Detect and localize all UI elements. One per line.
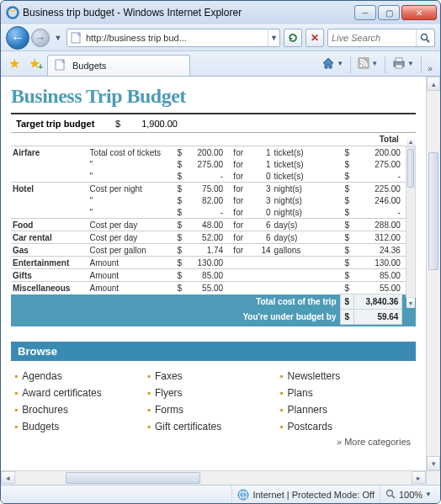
forward-button[interactable]: → (31, 29, 50, 47)
browse-link[interactable]: ▪Award certificates (14, 385, 147, 401)
separator (385, 56, 385, 73)
browse-link[interactable]: ▪Gift certificates (147, 418, 280, 435)
back-button[interactable]: ← (6, 26, 29, 50)
horizontal-scrollbar[interactable]: ◂ ▸ (1, 470, 426, 485)
globe-icon (237, 489, 249, 501)
under-budget-label: You're under budget by (225, 310, 340, 325)
scroll-thumb[interactable] (428, 152, 438, 270)
maximize-button[interactable]: ▢ (378, 5, 400, 20)
browse-link[interactable]: ▪Forms (147, 401, 280, 418)
titlebar: Business trip budget - Windows Internet … (1, 1, 440, 24)
scroll-right-arrow[interactable]: ▸ (412, 471, 426, 484)
add-favorites-button[interactable]: ★+ (24, 53, 45, 73)
browse-link[interactable]: ▪Planners (279, 401, 412, 418)
browse-header: Browse (11, 342, 416, 361)
nav-bar: ← → ▼ http://business trip bud... ▼ ✕ (1, 24, 440, 51)
table-row: MiscellaneousAmount$55.00$55.00 (11, 282, 416, 294)
browse-column: ▪Newsletters▪Plans▪Planners▪Postcards (279, 368, 412, 435)
minimize-button[interactable]: ─ (354, 5, 376, 20)
window-frame: Business trip budget - Windows Internet … (0, 0, 441, 504)
address-bar[interactable]: http://business trip bud... ▼ (66, 29, 280, 47)
scroll-down-arrow[interactable]: ▾ (427, 456, 440, 470)
svg-rect-9 (396, 65, 402, 68)
refresh-button[interactable] (284, 29, 302, 47)
browse-link[interactable]: ▪Agendas (14, 368, 147, 385)
search-button[interactable] (416, 29, 434, 46)
scroll-up-arrow[interactable]: ▴ (406, 136, 415, 146)
address-url: http://business trip bud... (86, 33, 268, 43)
vertical-scrollbar[interactable]: ▴ ▾ (426, 77, 440, 470)
target-amount: 1,900.00 (124, 119, 183, 129)
search-box[interactable] (327, 29, 435, 47)
chevron-down-icon: ▼ (407, 60, 414, 67)
budget-area: Total AirfareTotal cost of tickets$200.0… (11, 133, 416, 326)
browse-column: ▪Faxes▪Flyers▪Forms▪Gift certificates (147, 368, 280, 435)
search-input[interactable] (328, 33, 416, 43)
total-header: Total (340, 133, 402, 146)
page-content: Business Trip Budget Target trip budget … (1, 77, 426, 470)
inner-vertical-scrollbar[interactable]: ▴ ▾ (406, 146, 416, 298)
under-budget-currency: $ (340, 310, 354, 325)
table-row: EntertainmentAmount$130.00$130.00 (11, 257, 416, 269)
page-icon (70, 31, 83, 45)
browse-link[interactable]: ▪Postcards (279, 418, 412, 435)
separator (350, 56, 351, 73)
scroll-down-arrow[interactable]: ▾ (406, 298, 415, 308)
chevron-down-icon: ▼ (425, 491, 432, 498)
favorites-center-button[interactable]: ★ (4, 53, 24, 73)
zoom-value: 100% (399, 490, 422, 500)
scroll-corner (426, 470, 440, 485)
window-title: Business trip budget - Windows Internet … (23, 7, 354, 19)
tab-active[interactable]: Budgets (47, 55, 190, 76)
scroll-thumb[interactable] (407, 149, 414, 188)
close-button[interactable]: ✕ (401, 5, 437, 20)
toolbar-overflow-button[interactable]: » (423, 64, 437, 73)
stop-button[interactable]: ✕ (306, 29, 324, 47)
table-row: "$-for0ticket(s)$- (11, 170, 416, 183)
svg-line-3 (427, 40, 429, 42)
table-row: HotelCost per night$75.00for3night(s)$22… (11, 183, 416, 195)
home-button[interactable]: ▼ (316, 53, 348, 73)
totals-row-cost: Total cost of the trip $ 3,840.36 (11, 294, 416, 310)
page-icon (55, 59, 68, 72)
scroll-thumb[interactable] (66, 472, 200, 484)
svg-point-0 (8, 8, 19, 19)
browse-link[interactable]: ▪Newsletters (279, 368, 412, 385)
browse-columns: ▪Agendas▪Award certificates▪Brochures▪Bu… (11, 361, 416, 437)
svg-rect-8 (396, 58, 402, 61)
browse-link[interactable]: ▪Faxes (147, 368, 280, 385)
print-button[interactable]: ▼ (387, 53, 419, 73)
zoom-control[interactable]: 100% ▼ (380, 489, 437, 500)
document-title: Business Trip Budget (11, 85, 416, 108)
table-row: AirfareTotal cost of tickets$200.00for1t… (11, 146, 416, 159)
feeds-button[interactable]: ▼ (353, 53, 383, 73)
ie-icon (6, 6, 19, 19)
target-row: Target trip budget $ 1,900.00 (11, 113, 416, 133)
table-row: GiftsAmount$85.00$85.00 (11, 269, 416, 282)
target-label: Target trip budget (11, 119, 112, 129)
scroll-left-arrow[interactable]: ◂ (1, 471, 15, 484)
scroll-up-arrow[interactable]: ▴ (427, 77, 440, 91)
table-row: FoodCost per day$48.00for6day(s)$288.00 (11, 219, 416, 231)
tab-label: Budgets (72, 61, 106, 71)
chevron-down-icon: ▼ (337, 60, 343, 67)
browse-link[interactable]: ▪Flyers (147, 385, 280, 401)
browse-link[interactable]: ▪Brochures (14, 401, 147, 418)
browse-column: ▪Agendas▪Award certificates▪Brochures▪Bu… (14, 368, 147, 435)
address-dropdown[interactable]: ▼ (268, 29, 279, 46)
svg-line-12 (392, 496, 395, 498)
separator (421, 56, 422, 73)
svg-point-2 (422, 34, 428, 40)
scroll-track[interactable] (15, 471, 412, 485)
total-cost-value: 3,840.36 (354, 294, 402, 310)
security-zone[interactable]: Internet | Protected Mode: Off (231, 485, 380, 503)
total-cost-label: Total cost of the trip (225, 294, 340, 310)
svg-point-11 (386, 491, 392, 496)
more-categories-link[interactable]: » More categories (11, 437, 416, 447)
chevron-down-icon: ▼ (371, 60, 378, 67)
tab-toolbar-row: ★ ★+ Budgets ▼ ▼ ▼ » (1, 51, 440, 77)
budget-table: Total AirfareTotal cost of tickets$200.0… (11, 133, 416, 325)
browse-link[interactable]: ▪Budgets (14, 418, 147, 435)
recent-pages-dropdown[interactable]: ▼ (53, 34, 63, 42)
browse-link[interactable]: ▪Plans (279, 385, 412, 401)
